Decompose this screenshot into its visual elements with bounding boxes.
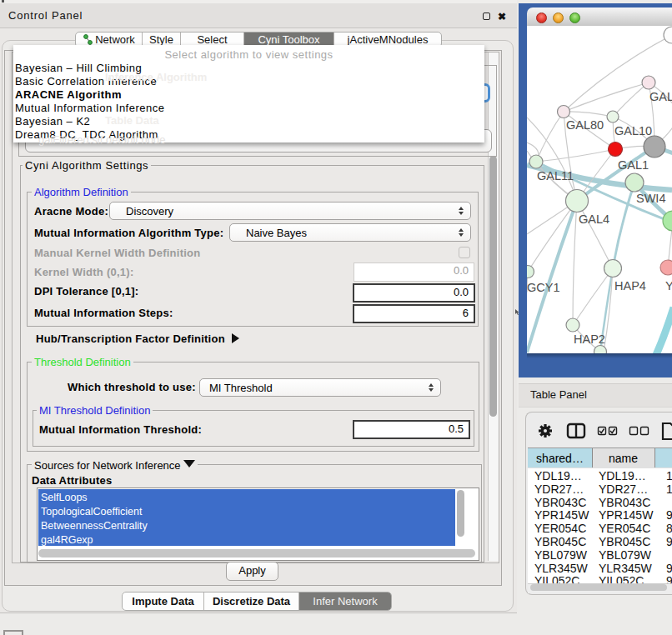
svg-text:HAP2: HAP2 (574, 332, 605, 346)
svg-text:GCY1: GCY1 (527, 281, 560, 294)
svg-text:Y: Y (665, 279, 672, 292)
svg-text:GAL1: GAL1 (618, 158, 649, 172)
svg-text:GAL80: GAL80 (566, 118, 604, 132)
svg-text:SWI4: SWI4 (636, 192, 665, 205)
svg-text:GAL11: GAL11 (537, 169, 574, 182)
svg-text:GAL4: GAL4 (579, 212, 609, 226)
svg-text:GAL10: GAL10 (614, 124, 652, 138)
svg-text:HAP4: HAP4 (614, 279, 646, 292)
svg-text:GAL2: GAL2 (649, 90, 672, 103)
